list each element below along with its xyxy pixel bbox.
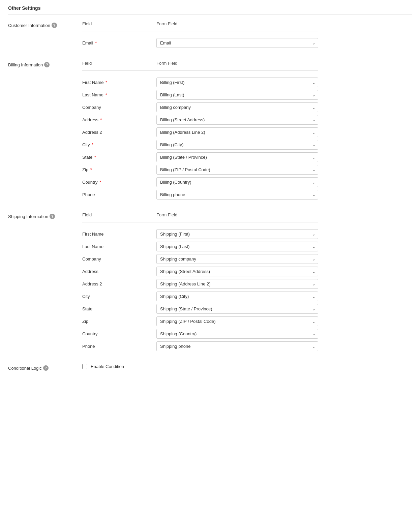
table-row: Company Billing company ⌄ — [82, 102, 318, 112]
shipping-field-name-address: Address — [82, 269, 150, 274]
shipping-company-wrapper: Shipping company ⌄ — [156, 254, 318, 264]
shipping-field-header: Field — [82, 212, 150, 217]
billing-phone-wrapper: Billing phone ⌄ — [156, 190, 318, 200]
billing-field-header: Field — [82, 61, 150, 66]
billing-phone-select[interactable]: Billing phone — [156, 190, 318, 200]
required-star: * — [100, 117, 102, 122]
billing-address-wrapper: Billing (Street Address) ⌄ — [156, 115, 318, 125]
shipping-address2-wrapper: Shipping (Address Line 2) ⌄ — [156, 279, 318, 289]
table-row: Country Shipping (Country) ⌄ — [82, 329, 318, 339]
conditional-logic-content: Enable Condition — [82, 364, 124, 369]
required-star: * — [94, 155, 96, 160]
email-select[interactable]: Email — [156, 38, 318, 48]
enable-condition-checkbox[interactable] — [82, 364, 87, 369]
shipping-state-select[interactable]: Shipping (State / Province) — [156, 304, 318, 314]
field-name-phone: Phone — [82, 192, 150, 197]
billing-city-wrapper: Billing (City) ⌄ — [156, 140, 318, 150]
shipping-field-name-zip: Zip — [82, 319, 150, 324]
table-row: Country * Billing (Country) ⌄ — [82, 177, 318, 187]
shipping-information-help-icon[interactable]: ? — [50, 214, 55, 219]
table-row: Last Name * Billing (Last) ⌄ — [82, 90, 318, 100]
table-row: Phone Shipping phone ⌄ — [82, 341, 318, 351]
table-row: City Shipping (City) ⌄ — [82, 292, 318, 301]
billing-last-name-select[interactable]: Billing (Last) — [156, 90, 318, 100]
conditional-logic-help-icon[interactable]: ? — [43, 365, 49, 371]
billing-address2-select[interactable]: Billing (Address Line 2) — [156, 127, 318, 137]
billing-country-select[interactable]: Billing (Country) — [156, 177, 318, 187]
field-name-email: Email * — [82, 40, 150, 45]
table-row: State * Billing (State / Province) ⌄ — [82, 152, 318, 162]
shipping-field-name-last-name: Last Name — [82, 244, 150, 249]
shipping-phone-select[interactable]: Shipping phone — [156, 341, 318, 351]
field-name-company: Company — [82, 105, 150, 110]
billing-first-name-select[interactable]: Billing (First) — [156, 78, 318, 87]
billing-state-select[interactable]: Billing (State / Province) — [156, 152, 318, 162]
shipping-zip-wrapper: Shipping (ZIP / Postal Code) ⌄ — [156, 316, 318, 326]
required-star: * — [92, 142, 93, 147]
billing-information-header: Field Form Field — [82, 61, 318, 68]
customer-field-header: Field — [82, 21, 150, 26]
email-select-wrapper: Email ⌄ — [156, 38, 318, 48]
field-name-city: City * — [82, 142, 150, 147]
customer-information-row: Customer Information ? Field Form Field … — [8, 21, 412, 51]
required-star: * — [99, 180, 101, 185]
shipping-company-select[interactable]: Shipping company — [156, 254, 318, 264]
billing-city-select[interactable]: Billing (City) — [156, 140, 318, 150]
shipping-field-name-country: Country — [82, 331, 150, 336]
shipping-address-select[interactable]: Shipping (Street Address) — [156, 267, 318, 276]
shipping-form-field-header: Form Field — [156, 212, 318, 217]
shipping-information-label: Shipping Information ? — [8, 212, 82, 219]
conditional-logic-row: Conditional Logic ? Enable Condition — [8, 364, 412, 376]
customer-information-help-icon[interactable]: ? — [52, 23, 57, 28]
shipping-last-name-wrapper: Shipping (Last) ⌄ — [156, 242, 318, 251]
table-row: Address 2 Billing (Address Line 2) ⌄ — [82, 127, 318, 137]
shipping-first-name-wrapper: Shipping (First) ⌄ — [156, 229, 318, 239]
billing-divider — [82, 70, 318, 71]
billing-address-select[interactable]: Billing (Street Address) — [156, 115, 318, 125]
billing-information-label: Billing Information ? — [8, 61, 82, 67]
shipping-last-name-select[interactable]: Shipping (Last) — [156, 242, 318, 251]
page-container: Other Settings Customer Information ? Fi… — [0, 0, 420, 391]
enable-condition-label: Enable Condition — [91, 364, 124, 369]
shipping-information-row: Shipping Information ? Field Form Field … — [8, 212, 412, 354]
shipping-field-name-city: City — [82, 294, 150, 299]
shipping-city-wrapper: Shipping (City) ⌄ — [156, 292, 318, 301]
shipping-information-table: Field Form Field First Name Shipping (Fi… — [82, 212, 318, 354]
required-star: * — [106, 80, 107, 85]
shipping-country-select[interactable]: Shipping (Country) — [156, 329, 318, 339]
table-row: State Shipping (State / Province) ⌄ — [82, 304, 318, 314]
field-name-first-name: First Name * — [82, 80, 150, 85]
field-name-last-name: Last Name * — [82, 92, 150, 97]
billing-state-wrapper: Billing (State / Province) ⌄ — [156, 152, 318, 162]
field-name-country: Country * — [82, 180, 150, 185]
table-row: First Name Shipping (First) ⌄ — [82, 229, 318, 239]
billing-address2-wrapper: Billing (Address Line 2) ⌄ — [156, 127, 318, 137]
table-row: Address Shipping (Street Address) ⌄ — [82, 267, 318, 276]
conditional-logic-label: Conditional Logic ? — [8, 364, 82, 371]
shipping-field-name-first-name: First Name — [82, 232, 150, 237]
billing-information-help-icon[interactable]: ? — [44, 62, 50, 67]
shipping-field-name-phone: Phone — [82, 344, 150, 349]
required-star: * — [105, 92, 107, 97]
shipping-city-select[interactable]: Shipping (City) — [156, 292, 318, 301]
shipping-information-header: Field Form Field — [82, 212, 318, 219]
field-name-address2: Address 2 — [82, 130, 150, 135]
shipping-address2-select[interactable]: Shipping (Address Line 2) — [156, 279, 318, 289]
field-name-address: Address * — [82, 117, 150, 122]
shipping-phone-wrapper: Shipping phone ⌄ — [156, 341, 318, 351]
table-row: Zip * Billing (ZIP / Postal Code) ⌄ — [82, 165, 318, 175]
shipping-field-name-address2: Address 2 — [82, 281, 150, 286]
shipping-first-name-select[interactable]: Shipping (First) — [156, 229, 318, 239]
table-row: Address 2 Shipping (Address Line 2) ⌄ — [82, 279, 318, 289]
customer-information-header: Field Form Field — [82, 21, 318, 28]
shipping-field-name-company: Company — [82, 256, 150, 262]
shipping-country-wrapper: Shipping (Country) ⌄ — [156, 329, 318, 339]
billing-last-name-wrapper: Billing (Last) ⌄ — [156, 90, 318, 100]
billing-form-field-header: Form Field — [156, 61, 318, 66]
billing-zip-select[interactable]: Billing (ZIP / Postal Code) — [156, 165, 318, 175]
section-title: Other Settings — [8, 5, 412, 14]
billing-company-select[interactable]: Billing company — [156, 102, 318, 112]
shipping-zip-select[interactable]: Shipping (ZIP / Postal Code) — [156, 316, 318, 326]
table-row: Last Name Shipping (Last) ⌄ — [82, 242, 318, 251]
billing-information-table: Field Form Field First Name * Billing (F… — [82, 61, 318, 202]
